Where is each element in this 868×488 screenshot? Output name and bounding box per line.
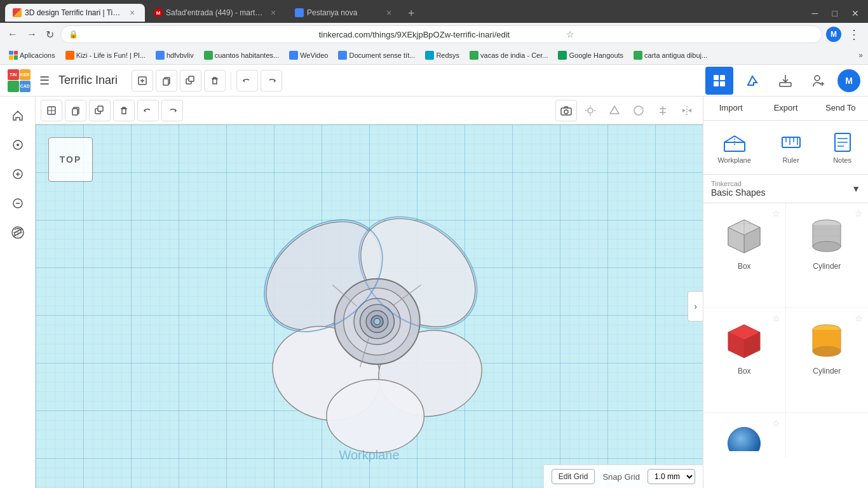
bookmark-redsys[interactable]: Redsys: [421, 50, 463, 61]
duplicate-button-vp[interactable]: [89, 100, 111, 121]
svg-rect-11: [780, 83, 791, 86]
fit-view-tool[interactable]: [5, 132, 31, 158]
tab-close-tinkercad[interactable]: ×: [127, 8, 137, 18]
panel-actions: Import Export Send To: [703, 97, 868, 121]
export-button[interactable]: Export: [758, 97, 813, 120]
copy-button-vp[interactable]: [65, 100, 86, 121]
topbar-right: M: [705, 67, 860, 95]
main-content: TOP: [0, 97, 868, 488]
workplane-icon: [723, 131, 746, 154]
favorite-red-box-icon[interactable]: ☆: [772, 313, 780, 323]
add-user-button[interactable]: [804, 67, 832, 95]
import-button[interactable]: Import: [703, 97, 758, 120]
home-tool[interactable]: [5, 103, 31, 128]
snap-grid-select[interactable]: 1.0 mm 0.5 mm 2.0 mm: [648, 469, 695, 484]
close-button[interactable]: ✕: [848, 7, 863, 20]
right-panel: Import Export Send To Workplane: [703, 97, 868, 488]
tinkercad-logo[interactable]: TIN KER CAD: [8, 69, 31, 92]
align-button[interactable]: [652, 100, 674, 121]
shape-item-blue-sphere[interactable]: ☆: [703, 413, 786, 458]
new-workplane-button[interactable]: [41, 100, 62, 121]
notes-panel-icon[interactable]: Notes: [824, 126, 862, 169]
bookmark-carta[interactable]: carta antigua dibuj...: [630, 50, 711, 61]
undo-button-vp[interactable]: [137, 100, 159, 121]
ruler-icon: [780, 131, 803, 154]
workplane-panel-icon[interactable]: Workplane: [710, 126, 758, 169]
maximize-button[interactable]: □: [829, 7, 841, 20]
export-panel-button[interactable]: [771, 67, 799, 95]
menu-button[interactable]: ☰: [37, 71, 52, 90]
shape-item-gray-box[interactable]: ☆: [703, 203, 786, 308]
gray-cylinder-shape: [804, 214, 849, 258]
3d-model: [217, 154, 522, 459]
bookmark-hangouts[interactable]: Google Hangouts: [554, 50, 627, 61]
copy-paste-button[interactable]: [156, 70, 177, 92]
camera-button[interactable]: [555, 100, 577, 121]
shape-button[interactable]: [604, 100, 625, 121]
favorite-gray-cylinder-icon[interactable]: ☆: [855, 208, 863, 219]
grid-view-button[interactable]: [705, 67, 733, 95]
shape-item-gray-cylinder[interactable]: ☆ Cylinder: [786, 203, 869, 308]
ruler-panel-icon[interactable]: Ruler: [772, 126, 810, 169]
redo-button[interactable]: [261, 70, 282, 92]
tab-new[interactable]: Pestanya nova ×: [287, 4, 402, 22]
tab-gmail[interactable]: M Safad'entrada (449) - marti.su... ×: [146, 4, 286, 22]
user-avatar[interactable]: M: [837, 69, 860, 92]
svg-line-64: [735, 136, 745, 142]
bookmark-document[interactable]: Document sense tít...: [334, 50, 419, 61]
favorite-blue-sphere-icon[interactable]: ☆: [772, 418, 780, 428]
build-view-button[interactable]: [738, 67, 766, 95]
tab-tinkercad[interactable]: 3D design Terrific Inari | Tinkerca... ×: [5, 4, 145, 22]
zoom-in-tool[interactable]: [5, 161, 31, 187]
logo-blank: [8, 81, 19, 92]
forward-button[interactable]: →: [24, 26, 39, 43]
shape-item-red-box[interactable]: ☆ Box: [703, 308, 786, 413]
bookmark-hdfv[interactable]: hdfvbvliv: [152, 50, 198, 61]
bookmark-cuantos[interactable]: cuantos habitantes...: [200, 50, 283, 61]
url-text: tinkercad.com/things/9XEkjpBpOZw-terrifi…: [319, 30, 567, 39]
svg-point-56: [374, 318, 381, 325]
tab-title-tinkercad: 3D design Terrific Inari | Tinkerca...: [25, 8, 123, 17]
reload-button[interactable]: ↻: [43, 26, 57, 43]
tab-close-new[interactable]: ×: [384, 8, 394, 18]
svg-point-37: [634, 106, 643, 115]
new-shape-button[interactable]: [132, 70, 153, 92]
minimize-button[interactable]: ─: [808, 7, 822, 20]
svg-point-31: [564, 110, 568, 114]
zoom-out-tool[interactable]: [5, 191, 31, 216]
mirror-button[interactable]: [676, 100, 698, 121]
send-to-button[interactable]: Send To: [813, 97, 868, 120]
bookmark-vacas[interactable]: vacas de india - Cer...: [466, 50, 552, 61]
red-box-label: Box: [738, 367, 751, 376]
svg-rect-8: [720, 75, 725, 80]
tab-close-gmail[interactable]: ×: [268, 8, 278, 18]
orient-tool[interactable]: [5, 220, 31, 245]
profile-button[interactable]: M: [826, 27, 841, 42]
bookmark-icon[interactable]: ☆: [566, 29, 814, 39]
new-tab-button[interactable]: +: [403, 4, 420, 23]
delete-button[interactable]: [204, 70, 226, 92]
shape-circle-button[interactable]: [628, 100, 649, 121]
shape-item-orange-cylinder[interactable]: ☆ Cylinder: [786, 308, 869, 413]
edit-grid-button[interactable]: Edit Grid: [552, 469, 595, 484]
bookmark-aplicacions[interactable]: Aplicacions: [5, 50, 59, 61]
undo-button[interactable]: [236, 70, 258, 92]
duplicate-button[interactable]: [180, 70, 201, 92]
viewport[interactable]: TOP: [36, 125, 703, 488]
back-button[interactable]: ←: [5, 26, 20, 43]
panel-expand-arrow[interactable]: ›: [688, 291, 703, 322]
more-bookmarks[interactable]: »: [858, 51, 863, 60]
more-options-button[interactable]: ⋮: [845, 24, 863, 44]
bookmark-kizi[interactable]: Kizi - Life is Fun! | Pl...: [62, 50, 149, 61]
favorite-orange-cylinder-icon[interactable]: ☆: [855, 313, 863, 323]
panel-icons-row: Workplane Ruler: [703, 121, 868, 175]
url-bar[interactable]: 🔒 tinkercad.com/things/9XEkjpBpOZw-terri…: [60, 25, 822, 43]
redo-button-vp[interactable]: [161, 100, 183, 121]
favorite-gray-box-icon[interactable]: ☆: [772, 208, 780, 219]
delete-button-vp[interactable]: [113, 100, 135, 121]
svg-rect-4: [163, 79, 168, 85]
light-button[interactable]: [580, 100, 601, 121]
bookmark-wevideo[interactable]: WeVideo: [285, 50, 332, 61]
shapes-dropdown[interactable]: Tinkercad Basic Shapes ▼: [703, 175, 868, 203]
blue-sphere-shape: [722, 426, 766, 451]
